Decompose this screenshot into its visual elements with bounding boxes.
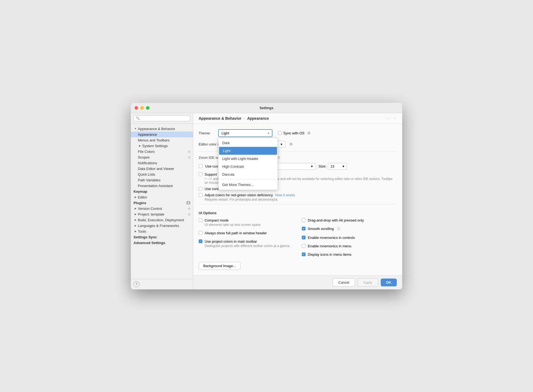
mnemonics-menu-checkbox[interactable]: [302, 244, 306, 248]
custom-font-checkbox[interactable]: [199, 164, 202, 168]
sidebar-item-keymap[interactable]: Keymap: [131, 189, 193, 194]
adjust-colors-checkbox[interactable]: [199, 193, 202, 197]
sidebar-item-version-control[interactable]: Version Control ⊟: [131, 206, 193, 211]
sidebar-item-scopes[interactable]: Scopes ⊟: [131, 154, 193, 160]
sync-os-wrap: Sync with OS ⚙: [278, 130, 312, 136]
chevron-icon: [138, 144, 142, 148]
smooth-scrolling-checkbox[interactable]: [302, 227, 306, 230]
drag-drop-checkbox[interactable]: [302, 218, 306, 222]
search-wrap[interactable]: 🔍: [134, 115, 190, 121]
sidebar-item-label: Data Editor and Viewer: [138, 167, 174, 171]
sidebar-item-appearance[interactable]: Appearance: [131, 132, 193, 137]
theme-option-light[interactable]: Light: [219, 147, 277, 155]
sidebar-item-appearance-behavior[interactable]: Appearance & Behavior: [131, 126, 193, 132]
maximize-button[interactable]: [146, 106, 150, 110]
ui-options-right: Drag-and-drop with Alt pressed only Smoo…: [302, 218, 397, 259]
sidebar-item-file-colors[interactable]: File Colors ⊟: [131, 149, 193, 154]
sidebar-item-label: Keymap: [134, 189, 147, 194]
sidebar-item-editor[interactable]: Editor: [131, 194, 193, 200]
smooth-scrolling-row: Smooth scrolling ⓪: [302, 227, 397, 231]
theme-option-dark[interactable]: Dark: [218, 139, 278, 147]
sidebar-item-notifications[interactable]: Notifications: [131, 160, 193, 166]
sidebar-item-path-variables[interactable]: Path Variables: [131, 177, 193, 183]
sidebar-item-label: Plugins: [134, 201, 146, 205]
adjust-colors-content: Adjust colors for red-green vision defic…: [205, 193, 295, 201]
mnemonics-controls-checkbox[interactable]: [302, 236, 306, 239]
help-button[interactable]: ?: [134, 281, 139, 287]
search-input[interactable]: [141, 116, 188, 120]
sidebar-item-label: Settings Sync: [134, 235, 157, 239]
sidebar-item-advanced-settings[interactable]: Advanced Settings: [131, 240, 193, 246]
full-path-checkbox[interactable]: [199, 231, 202, 235]
chevron-down-icon: ▾: [311, 164, 313, 168]
sidebar-item-languages[interactable]: Languages & Frameworks: [131, 223, 193, 229]
chevron-icon: [134, 127, 137, 131]
theme-option-darcula[interactable]: Darcula: [218, 170, 278, 178]
sidebar-bottom: ?: [131, 279, 193, 289]
search-bar: 🔍: [131, 113, 193, 124]
sync-os-checkbox[interactable]: [278, 131, 282, 135]
sidebar-item-menus-toolbars[interactable]: Menus and Toolbars: [131, 137, 193, 143]
chevron-down-icon: ▾: [342, 164, 344, 168]
drag-drop-label: Drag-and-drop with Alt pressed only: [308, 218, 364, 222]
breadcrumb: Appearance & Behavior › Appearance: [199, 116, 269, 121]
sidebar-item-project[interactable]: Project: template ⊟: [131, 211, 193, 217]
minimize-button[interactable]: [140, 106, 144, 110]
sidebar-item-presentation-assistant[interactable]: Presentation Assistant: [131, 183, 193, 189]
project-colors-checkbox[interactable]: [199, 239, 202, 243]
display-icons-checkbox[interactable]: [302, 252, 306, 256]
sidebar-item-data-editor[interactable]: Data Editor and Viewer: [131, 166, 193, 172]
size-select[interactable]: 13 ▾: [328, 163, 347, 170]
smooth-scrolling-help-icon: ⓪: [337, 227, 340, 231]
ok-button[interactable]: OK: [381, 279, 397, 286]
theme-option-get-more[interactable]: Get More Themes...: [218, 181, 278, 189]
nav-back-button[interactable]: ←: [386, 116, 390, 121]
sidebar-item-system-settings[interactable]: System Settings: [131, 143, 193, 149]
size-label: Size:: [319, 164, 326, 168]
main-content: 🔍 Appearance & Behavior Appearance Menus…: [131, 113, 402, 289]
sidebar-item-plugins[interactable]: Plugins A: [131, 200, 193, 206]
editor-scheme-gear-button[interactable]: ⚙: [288, 141, 294, 147]
chevron-down-icon: ▾: [281, 142, 283, 146]
titlebar: Settings: [131, 103, 402, 113]
window-controls: [135, 106, 150, 110]
background-image-button[interactable]: Background Image...: [199, 262, 240, 270]
sidebar-item-tools[interactable]: Tools: [131, 229, 193, 234]
support-readers-checkbox[interactable]: [199, 172, 202, 176]
sidebar-item-label: File Colors: [138, 150, 155, 154]
contrast-scrollbars-checkbox[interactable]: [199, 187, 202, 191]
how-it-works-link[interactable]: How it works: [275, 193, 295, 197]
search-icon: 🔍: [136, 116, 140, 120]
chevron-icon: [134, 218, 137, 222]
sidebar-item-settings-sync[interactable]: Settings Sync: [131, 234, 193, 240]
compact-mode-checkbox[interactable]: [199, 218, 202, 222]
theme-option-high-contrast[interactable]: High Contrast: [218, 163, 278, 170]
project-colors-label: Use project colors in main toolbar: [205, 239, 290, 244]
sidebar-item-label: Quick Lists: [138, 172, 155, 176]
sidebar-item-label: Notifications: [138, 161, 157, 165]
adjust-colors-note: Requires restart. For protanopia and deu…: [205, 198, 295, 201]
sync-os-label: Sync with OS: [283, 131, 304, 135]
sidebar-item-label: Project: template: [138, 212, 164, 216]
sidebar-item-build[interactable]: Build, Execution, Deployment: [131, 217, 193, 223]
apply-button[interactable]: Apply: [358, 278, 378, 287]
close-button[interactable]: [135, 106, 138, 110]
sidebar-item-label: Appearance & Behavior: [138, 127, 175, 131]
panel-header: Appearance & Behavior › Appearance ← →: [193, 113, 402, 124]
sidebar-item-quick-lists[interactable]: Quick Lists: [131, 172, 193, 177]
display-icons-label: Display icons in menu items: [308, 252, 351, 257]
nav-forward-button[interactable]: →: [392, 116, 397, 121]
chevron-icon: [134, 212, 137, 216]
project-colors-hint: Distinguish projects with different tool…: [205, 244, 290, 248]
sidebar-item-label: Languages & Frameworks: [138, 224, 179, 228]
theme-dropdown-button[interactable]: Light ▾: [218, 129, 272, 137]
theme-select-wrapper: Light ▾ Dark Light Light with Light Head…: [218, 129, 272, 137]
cancel-button[interactable]: Cancel: [333, 278, 355, 287]
theme-option-light-header[interactable]: Light with Light Header: [218, 155, 278, 163]
chevron-icon: [134, 229, 137, 233]
breadcrumb-child: Appearance: [247, 116, 269, 121]
sync-os-gear-button[interactable]: ⚙: [306, 130, 312, 136]
dropdown-divider: [218, 179, 278, 180]
sidebar-item-label: System Settings: [142, 144, 168, 148]
compact-mode-hint: UI elements take up less screen space: [205, 223, 261, 227]
